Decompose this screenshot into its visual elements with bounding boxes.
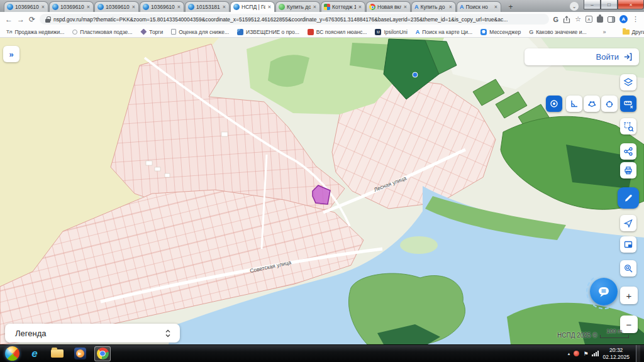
bookmark-item[interactable]: GКаково значение и...	[529, 29, 586, 35]
tab-search-button[interactable]: ⌄	[570, 2, 579, 11]
tray-alert-icon[interactable]	[574, 351, 579, 356]
bookmark-item[interactable]: Пластиковая подзе...	[72, 29, 132, 35]
taskbar-explorer[interactable]	[49, 346, 65, 361]
area-measure-button[interactable]	[584, 96, 600, 112]
bookmark-favicon	[237, 29, 243, 35]
bookmark-item[interactable]: ТлПродажа недвижи...	[6, 29, 64, 35]
back-button[interactable]: ←	[5, 15, 13, 24]
sidebar-expand-button[interactable]: »	[3, 46, 19, 62]
share-icon[interactable]	[563, 16, 570, 23]
taskbar-ie[interactable]: e	[26, 346, 43, 361]
map-point-marker[interactable]	[413, 72, 418, 77]
bookmark-item[interactable]: ИЗВЕЩЕНИЕ о про...	[237, 29, 299, 35]
draw-on-map-button[interactable]	[618, 187, 639, 209]
maximize-button[interactable]: □	[601, 0, 618, 9]
taskbar-chrome[interactable]	[94, 346, 111, 361]
legend-panel[interactable]: Легенда	[5, 324, 180, 343]
windows-orb-icon	[5, 346, 19, 361]
forward-button[interactable]: →	[17, 15, 25, 24]
avito-favicon: A	[414, 4, 419, 10]
bookmark-item[interactable]: AПоиск на карте Ци...	[416, 29, 472, 35]
minimize-button[interactable]: –	[584, 0, 601, 9]
globe-favicon	[233, 4, 240, 10]
tab-close-icon[interactable]: ×	[494, 4, 498, 10]
media-player-icon: ▶	[74, 348, 86, 359]
map-viewport[interactable]: Лесная улица Советская улица » Войти	[0, 38, 644, 344]
tab-close-icon[interactable]: ×	[267, 4, 272, 10]
taskbar-clock[interactable]: 20:32 02.12.2025	[602, 347, 630, 360]
chat-fab-button[interactable]	[590, 278, 618, 305]
scale-control: 100 m	[599, 328, 630, 338]
login-icon	[623, 52, 633, 62]
system-tray: ▴ ⚑ 20:32 02.12.2025	[568, 345, 640, 362]
taskbar-media-player[interactable]: ▶	[72, 346, 88, 361]
angle-measure-button[interactable]	[566, 96, 582, 112]
network-icon[interactable]	[592, 351, 599, 356]
tab-close-icon[interactable]: ×	[222, 4, 226, 10]
measure-off-button[interactable]	[620, 96, 636, 112]
tab-close-icon[interactable]: ×	[448, 4, 453, 10]
bookmark-star-icon[interactable]: ☆	[575, 15, 581, 23]
chrome-icon	[97, 348, 109, 359]
action-center-flag-icon[interactable]: ⚑	[583, 351, 588, 357]
hidden-icons-chevron[interactable]: ▴	[568, 351, 570, 356]
tab-close-icon[interactable]: ×	[41, 4, 45, 10]
map-canvas[interactable]: Лесная улица Советская улица	[0, 38, 644, 344]
chrome-favicon	[369, 4, 375, 10]
extensions-puzzle-icon[interactable]	[597, 16, 603, 23]
bookmark-item[interactable]: Оценка для сниже...	[171, 29, 229, 35]
pen-icon	[623, 192, 634, 204]
browser-tab[interactable]: AКупить до×	[411, 1, 456, 12]
tab-close-icon[interactable]: ×	[403, 4, 408, 10]
browser-tab[interactable]: 10369610×	[94, 1, 139, 12]
tab-close-icon[interactable]: ×	[177, 4, 181, 10]
bookmark-item[interactable]: UIpsilonUni	[375, 29, 407, 35]
tab-close-icon[interactable]: ×	[313, 4, 317, 10]
close-button[interactable]: ×	[618, 0, 644, 9]
bookmark-item[interactable]: Мессенджер	[480, 29, 521, 35]
chrome-menu-icon[interactable]: ⋮	[632, 15, 639, 23]
share-button[interactable]	[620, 143, 636, 160]
print-button[interactable]	[620, 162, 636, 178]
radius-measure-button[interactable]	[601, 96, 618, 112]
browser-tab[interactable]: Коттедж 1×	[321, 1, 365, 12]
layers-button[interactable]	[620, 74, 636, 90]
center-marker-button[interactable]	[546, 96, 562, 112]
address-bar[interactable]: nspd.gov.ru/map?thematic=PKK&zoom=15.801…	[40, 14, 549, 25]
show-desktop-button[interactable]	[636, 345, 640, 362]
tab-close-icon[interactable]: ×	[131, 4, 136, 10]
overview-map-button[interactable]	[620, 236, 636, 253]
zoom-in-button[interactable]: +	[620, 287, 638, 304]
browser-tab[interactable]: Купить до×	[275, 1, 320, 12]
tab-close-icon[interactable]: ×	[86, 4, 91, 10]
browser-tab[interactable]: 10369610×	[4, 1, 48, 12]
browser-tab[interactable]: 10153181×	[185, 1, 230, 12]
browser-tab-active[interactable]: НСПД | Гео×	[230, 1, 275, 12]
tab-close-icon[interactable]: ×	[358, 4, 362, 10]
other-bookmarks-button[interactable]: Другие закладки	[623, 29, 644, 35]
browser-tab[interactable]: AПоиск но×	[457, 1, 501, 12]
profile-avatar[interactable]: A	[619, 15, 628, 23]
start-button[interactable]	[4, 346, 20, 361]
extension-icon[interactable]: A	[586, 16, 592, 23]
browser-tab[interactable]: Новая вкл×	[366, 1, 411, 12]
bookmarks-overflow-chevron[interactable]: »	[603, 29, 606, 35]
collapse-chevrons-icon[interactable]	[165, 329, 171, 338]
search-area-button[interactable]	[620, 260, 636, 277]
side-panel-icon[interactable]	[608, 16, 615, 23]
polygon-search-button[interactable]	[620, 118, 636, 134]
new-tab-button[interactable]: +	[504, 2, 517, 11]
locate-me-button[interactable]	[620, 215, 636, 231]
bookmark-item[interactable]: ВС пояснил нюанс...	[308, 29, 367, 35]
bookmark-favicon	[72, 30, 77, 35]
google-icon[interactable]: G	[553, 16, 559, 23]
login-button[interactable]: Войти	[596, 52, 619, 62]
tab-strip: 10369610× 10369610× 10369610× 10369610× …	[0, 0, 644, 12]
globe-favicon	[52, 4, 58, 10]
bookmark-favicon	[308, 29, 314, 35]
avito-favicon: A	[460, 4, 464, 10]
browser-tab[interactable]: 10369610×	[49, 1, 94, 12]
reload-button[interactable]: ⟳	[29, 15, 35, 24]
bookmark-item[interactable]: Торги	[140, 29, 163, 35]
browser-tab[interactable]: 10369610×	[140, 1, 184, 12]
